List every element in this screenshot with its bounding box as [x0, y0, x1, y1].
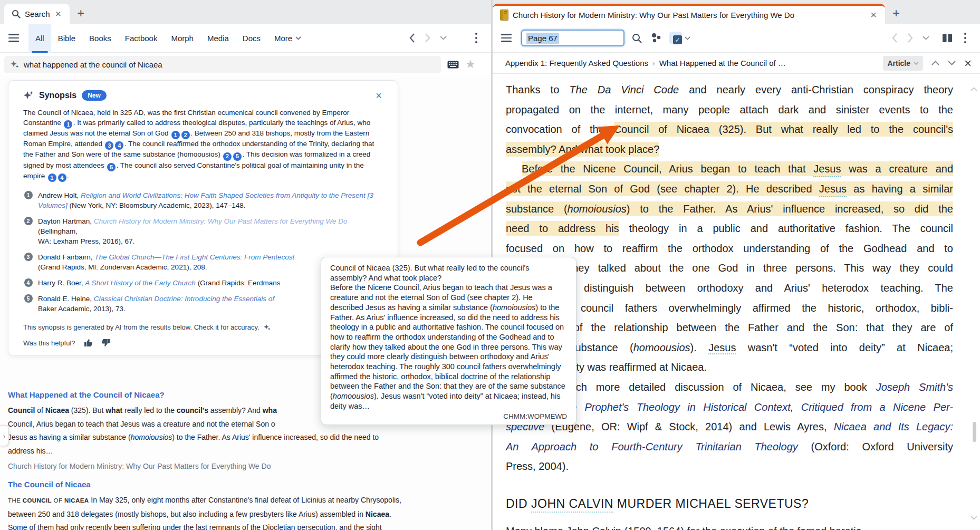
tab-factbook[interactable]: Factbook: [118, 24, 165, 53]
back-button[interactable]: [409, 33, 415, 43]
result-snippet: THE COUNCIL OF NICAEA In May 325, only e…: [8, 494, 483, 530]
history-dropdown-icon[interactable]: [923, 36, 929, 40]
favorite-star-icon[interactable]: ★: [465, 57, 476, 71]
thumbs-down-icon[interactable]: [101, 339, 110, 347]
citation-number: 1: [24, 191, 33, 199]
text-line: Before the Nicene Council, Arius began t…: [506, 159, 953, 179]
helpful-label: Was this helpful?: [23, 339, 75, 347]
synopsis-body: The Council of Nicaea, held in 325 AD, w…: [23, 108, 383, 182]
sparkle-icon: [11, 60, 19, 69]
expand-sidebar-chevron[interactable]: ›: [0, 425, 9, 446]
sparkle-icon: [23, 90, 34, 101]
preview-tooltip: Council of Nicaea (325). But what really…: [321, 257, 577, 425]
chevron-down-icon[interactable]: [685, 36, 690, 40]
book-icon: [500, 9, 508, 21]
tab-bible[interactable]: Bible: [51, 24, 82, 53]
panel-menu-icon[interactable]: [962, 33, 969, 44]
citation-number: 5: [24, 294, 33, 303]
tab-search[interactable]: Search ×: [4, 4, 70, 24]
citation-text[interactable]: Dayton Hartman, Church History for Moder…: [38, 216, 383, 246]
page-number-value: Page 67: [526, 33, 559, 44]
tab-search-label: Search: [25, 9, 50, 18]
chevron-down-icon: [295, 36, 301, 40]
tab-docs[interactable]: Docs: [236, 24, 267, 53]
tab-book-label: Church History for Modern Ministry: Why …: [513, 11, 794, 20]
breadcrumb-separator: ›: [652, 59, 655, 68]
new-tab-button[interactable]: +: [892, 6, 900, 21]
next-article-button[interactable]: [948, 61, 956, 65]
columns-layout-icon[interactable]: [942, 33, 953, 43]
tab-all[interactable]: All: [28, 24, 51, 53]
community-notes-icon[interactable]: [650, 33, 662, 43]
text-line: convocation of the Council of Nicaea (32…: [506, 120, 953, 140]
citation-number: 2: [24, 217, 33, 225]
search-input[interactable]: what happened at the council of Nicaea: [4, 56, 441, 73]
tab-morph[interactable]: Morph: [164, 24, 200, 53]
citation-text[interactable]: Donald Fairbairn, The Global Church—The …: [38, 252, 294, 272]
search-row: what happened at the council of Nicaea ★: [0, 53, 491, 76]
sparkle-icon: [264, 324, 271, 331]
tab-more[interactable]: More: [267, 24, 308, 53]
close-icon[interactable]: ×: [869, 9, 878, 20]
section-heading: DID JOHN CALVIN MURDER MICHAEL SERVETUS?: [506, 497, 953, 511]
scrollbar-thumb[interactable]: [973, 422, 976, 442]
text-line: Thanks to The Da Vinci Code and nearly e…: [506, 80, 953, 100]
article-view-dropdown[interactable]: Article: [883, 56, 923, 71]
result-source: Church History for Modern Ministry: Why …: [8, 462, 483, 470]
text-line: need to address his theology in a public…: [506, 219, 953, 239]
new-badge: New: [82, 90, 107, 101]
synopsis-title: Synopsis: [39, 91, 76, 100]
text-line: assembly? And what took place?: [506, 140, 953, 160]
search-icon: [12, 9, 21, 18]
left-tab-strip: Search × +: [0, 0, 491, 24]
breadcrumb: Appendix 1: Frequently Asked Questions ›…: [493, 53, 980, 74]
text-line: substance (homoiousios) to the Father. A…: [506, 199, 953, 219]
search-toolbar: All Bible Books Factbook Morph Media Doc…: [0, 24, 491, 53]
citation-text[interactable]: Harry R. Boer, A Short History of the Ea…: [38, 278, 280, 288]
result-title-link[interactable]: The Council of Nicaea: [8, 480, 483, 489]
back-button[interactable]: [892, 33, 898, 43]
search-query-text: what happened at the council of Nicaea: [24, 60, 162, 69]
visual-filters-icon[interactable]: ✓: [669, 32, 682, 44]
new-tab-button[interactable]: +: [77, 6, 84, 21]
citation-number: 3: [24, 253, 33, 261]
text-line: An Approach to Fourth-Century Trinitaria…: [506, 437, 953, 457]
forward-button[interactable]: [907, 33, 913, 43]
tooltip-text: Council of Nicaea (325). But what really…: [330, 263, 567, 411]
search-icon[interactable]: [632, 33, 642, 43]
text-line: focused on how to reaffirm the orthodox …: [506, 239, 953, 259]
text-line: propagated on the internet, many people …: [506, 100, 953, 120]
scroll-down-icon[interactable]: [971, 516, 977, 520]
text-line: Many blame John Calvin (1509–1564) for t…: [506, 522, 953, 530]
right-tab-strip: Church History for Modern Ministry: Why …: [493, 0, 980, 24]
close-icon[interactable]: ×: [964, 57, 972, 70]
citation-text[interactable]: Andrew Holt, Religion and World Civiliza…: [38, 190, 373, 210]
close-icon[interactable]: ×: [54, 8, 63, 19]
tab-book[interactable]: Church History for Modern Ministry: Why …: [493, 4, 885, 24]
page-number-input[interactable]: Page 67: [521, 30, 624, 46]
text-line: Press, 2004).: [506, 457, 953, 477]
book-toolbar: Page 67 ✓: [493, 24, 980, 53]
breadcrumb-level-1[interactable]: Appendix 1: Frequently Asked Questions: [505, 59, 648, 68]
citation-1: 1 Andrew Holt, Religion and World Civili…: [23, 190, 383, 210]
forward-button[interactable]: [425, 33, 430, 43]
tab-media[interactable]: Media: [200, 24, 236, 53]
text-line: not the eternal Son of God (see chapter …: [506, 179, 953, 199]
history-dropdown-icon[interactable]: [440, 36, 447, 40]
panel-menu-icon[interactable]: [473, 33, 480, 44]
close-icon[interactable]: ×: [374, 90, 383, 101]
citation-text[interactable]: Ronald E. Heine, Classical Christian Doc…: [38, 294, 274, 314]
thumbs-up-icon[interactable]: [84, 339, 93, 347]
citation-number: 4: [24, 278, 33, 287]
tab-books[interactable]: Books: [82, 24, 118, 53]
chevron-down-icon: [914, 62, 919, 65]
scroll-up-icon[interactable]: [971, 87, 977, 91]
citation-2: 2 Dayton Hartman, Church History for Mod…: [23, 216, 383, 246]
breadcrumb-level-2[interactable]: What Happened at the Council of …: [659, 59, 786, 68]
keyboard-icon[interactable]: [447, 61, 459, 69]
menu-icon[interactable]: [501, 34, 512, 42]
tooltip-reference: CHMM:WOPMEWD: [330, 412, 567, 420]
menu-icon[interactable]: [8, 34, 19, 42]
previous-article-button[interactable]: [931, 61, 939, 65]
